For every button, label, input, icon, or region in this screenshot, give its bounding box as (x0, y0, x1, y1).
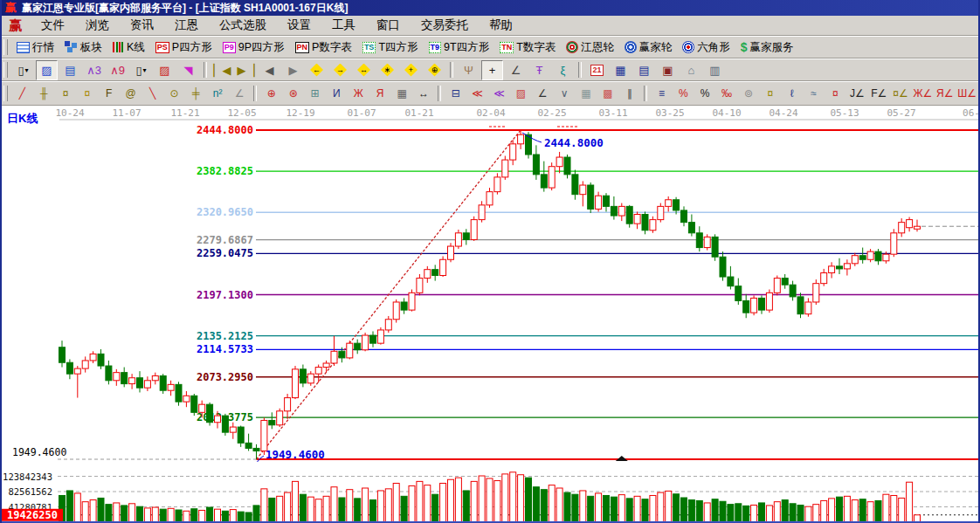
purple-fan-button[interactable]: ≪ (489, 84, 509, 103)
rise-angle-button[interactable]: ∠ (533, 84, 553, 103)
expand-horizontal-button[interactable]: ↔ (353, 60, 375, 80)
9t-square-button[interactable]: T99T四方形 (424, 38, 495, 57)
gold-lines-button[interactable]: ¤ (760, 84, 780, 103)
win-angle-button[interactable]: Я∠ (935, 84, 955, 103)
menu-item-浏览[interactable]: 浏览 (75, 17, 120, 34)
wave-9-button[interactable]: ∧9 (107, 60, 128, 80)
winner-service-button[interactable]: $赢家服务 (735, 38, 799, 57)
9p-square-button[interactable]: P99P四方形 (217, 38, 290, 57)
web-grid-button[interactable]: ⊞ (305, 84, 325, 103)
marker-pen-button[interactable]: ℓ (782, 84, 802, 103)
gold-grid2-button[interactable]: ¤ (77, 84, 97, 103)
t-square-button[interactable]: TST四方形 (357, 38, 424, 57)
gold-red-button[interactable]: ¤ (825, 84, 845, 103)
print-button[interactable]: ▥ (704, 60, 726, 80)
gold-grid-button[interactable]: ¤ (56, 84, 76, 103)
menu-item-资讯[interactable]: 资讯 (120, 17, 164, 34)
measure-box-button[interactable]: ≡ (652, 84, 672, 103)
red-grid-button[interactable]: ▩ (597, 84, 618, 103)
zigzag-button[interactable]: ∨ (555, 84, 575, 103)
shen-angle-button[interactable]: Ж∠ (913, 84, 934, 103)
angle-fan-button[interactable]: ∠ (230, 84, 250, 103)
pen-ruler-button[interactable]: ╲ (142, 84, 162, 103)
permille-line-button[interactable]: ‰ (717, 84, 737, 103)
menu-item-江恩[interactable]: 江恩 (164, 17, 209, 34)
menu-item-帮助[interactable]: 帮助 (479, 17, 523, 34)
f-angle-button[interactable]: F∠ (869, 84, 889, 103)
calendar-button[interactable]: 21 (586, 60, 608, 80)
t-number-table-button[interactable]: TNT数字表 (494, 38, 561, 57)
j-angle-button[interactable]: J∠ (847, 84, 867, 103)
menu-logo-icon[interactable]: 赢 (2, 17, 31, 34)
brush-tool-button[interactable]: ╱ (12, 84, 32, 103)
quotes-button[interactable]: 行情 (11, 38, 59, 57)
shift-left-button[interactable]: ← (306, 60, 328, 80)
gann-wheel-button[interactable]: 江恩轮 (561, 38, 619, 57)
calculator-button[interactable]: ▦ (610, 60, 631, 80)
gann-tool-button[interactable]: Ŧ (528, 60, 550, 80)
spiral-button[interactable]: @ (121, 84, 141, 103)
prev-page-button[interactable]: ◀ (259, 60, 280, 80)
menu-item-工具[interactable]: 工具 (321, 17, 366, 34)
shen-tool-button[interactable]: Ж (349, 84, 369, 103)
winner-wheel-button[interactable]: 赢家轮 (619, 38, 678, 57)
notes-button[interactable]: ▤ (633, 60, 655, 80)
gann-circle-button[interactable]: ⊙ (164, 84, 184, 103)
hexagon-button[interactable]: 六角形 (677, 38, 735, 57)
fractal-tool-button[interactable]: ξ (552, 60, 574, 80)
wheel-star-button[interactable]: ⊛ (283, 84, 303, 103)
red-fan-button[interactable]: ≪ (467, 84, 487, 103)
period-daily-button[interactable]: ▯▾ (12, 60, 34, 80)
box-plot-button[interactable]: ⊟ (445, 84, 466, 103)
menu-item-交易委托[interactable]: 交易委托 (411, 17, 479, 34)
menu-item-文件[interactable]: 文件 (31, 17, 75, 34)
f-grid-button[interactable]: F (99, 84, 119, 103)
percent-retrace-button[interactable]: % (673, 84, 694, 103)
gold-angle-button[interactable]: ¤∠ (891, 84, 911, 103)
toolbar-grip[interactable] (3, 39, 8, 55)
wave-band-button[interactable]: ≈ (804, 84, 824, 103)
drag-hand-button[interactable]: Ψ (458, 60, 480, 80)
ruler-123-button[interactable]: ▦ (392, 84, 412, 103)
grid-lines-button[interactable]: ╫ (34, 84, 54, 103)
zoom-all-button[interactable]: ⊕ (424, 60, 445, 80)
trend-flag-button[interactable]: ◥ (177, 60, 199, 80)
percent-button[interactable]: % (695, 84, 715, 103)
compress-bars-button[interactable]: ∗ (376, 60, 398, 80)
win-tool-button[interactable]: Я (370, 84, 390, 103)
dot-grid-button[interactable]: ▦ (576, 84, 597, 103)
candlestick-chart[interactable]: 10-2411-0711-2112-0512-1901-0701-2102-04… (2, 106, 978, 523)
menu-item-设置[interactable]: 设置 (277, 17, 321, 34)
angle-measure-button[interactable]: ∠ (505, 60, 527, 80)
shift-right-button[interactable]: → (329, 60, 351, 80)
four-angle-button[interactable]: Ш∠ (956, 84, 977, 103)
menu-item-公式选股[interactable]: 公式选股 (209, 17, 277, 34)
sectors-button[interactable]: 板块 (59, 38, 107, 57)
next-page-button[interactable]: ▶ (282, 60, 304, 80)
k-sign-button[interactable]: И (327, 84, 347, 103)
n-squared-button[interactable]: n² (208, 84, 228, 103)
crosshair-button[interactable]: + (481, 60, 503, 80)
menu-item-窗口[interactable]: 窗口 (366, 17, 411, 34)
last-page-button[interactable]: ▶▕ (235, 60, 257, 80)
gold-circle-button[interactable]: ⊚ (739, 84, 759, 103)
first-page-button[interactable]: ▏◀ (211, 60, 233, 80)
kline-button[interactable]: K线 (107, 38, 150, 57)
market-map-button[interactable]: ▨ (36, 60, 58, 80)
toolbar-grip[interactable] (3, 62, 8, 78)
p-square-button[interactable]: PSP四方形 (150, 38, 217, 57)
toolbar-grip[interactable] (3, 86, 8, 101)
info-panel-button[interactable]: ▤ (59, 60, 81, 80)
span-arrows-button[interactable]: ↔ (413, 84, 433, 103)
workstation-button[interactable]: ⌂ (680, 60, 702, 80)
candle-style-button[interactable]: ▯▾ (130, 60, 152, 80)
title-bar[interactable]: 赢 赢家江恩专业版[赢家内部服务平台] - [上证指数 SH1A0001-167… (2, 0, 978, 16)
zoom-reset-button[interactable]: + (400, 60, 422, 80)
grid-fan-button[interactable]: ▨ (511, 84, 531, 103)
red-map-button[interactable]: ▨ (154, 60, 176, 80)
parallel-lines-button[interactable]: ∥ (619, 84, 639, 103)
save-button[interactable]: ▣ (657, 60, 679, 80)
line-row-button[interactable]: ╪ (186, 84, 206, 103)
p-number-table-button[interactable]: PNP数字表 (290, 38, 357, 57)
circle-cross-button[interactable]: ⊕ (261, 84, 281, 103)
